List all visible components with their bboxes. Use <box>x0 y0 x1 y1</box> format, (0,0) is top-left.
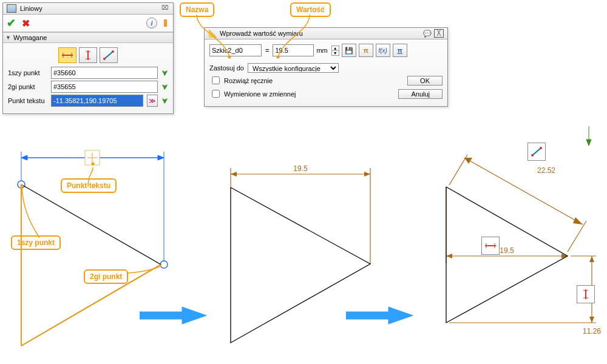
p1-input[interactable] <box>51 67 158 79</box>
spin-up-icon[interactable]: ▲ <box>332 46 339 51</box>
svg-point-25 <box>21 184 24 187</box>
enter-dim-title: Wprowadź wartość wymiaru <box>220 30 303 37</box>
svg-point-50 <box>531 154 534 157</box>
dim-value-middle: 19.5 <box>293 164 308 173</box>
sketch-preview-middle: 19.5 <box>219 161 388 361</box>
pi-icon[interactable]: π <box>359 44 373 57</box>
linear-dimension-panel: Liniowy ⌧ ✔ ✖ i Wymagane <box>2 2 174 114</box>
svg-point-51 <box>540 147 542 149</box>
save-icon[interactable]: 💾 <box>342 44 356 57</box>
cancel-button[interactable]: Anuluj <box>398 89 443 99</box>
close-icon[interactable]: ╳ <box>434 29 444 38</box>
pt-label: Punkt tekstu <box>8 97 47 104</box>
svg-marker-37 <box>573 217 583 224</box>
reject-button[interactable]: ✖ <box>22 18 30 29</box>
tool-vertical-icon[interactable] <box>577 285 595 303</box>
expand-icon[interactable]: ≫ <box>147 95 158 107</box>
apply-to-label: Zastosuj do <box>209 64 244 72</box>
p1-picker-icon[interactable]: ⮟ <box>161 69 168 76</box>
svg-line-49 <box>532 148 541 155</box>
mode-linear-icon[interactable] <box>58 47 76 63</box>
p2-label: 2gi punkt <box>8 83 47 90</box>
p1-label: 1szy punkt <box>8 69 47 76</box>
pt-input[interactable] <box>51 95 143 107</box>
p2-input[interactable] <box>51 81 158 93</box>
enter-dim-value-dialog: 📐 Wprowadź wartość wymiaru 💬 ╳ = mm ▲ ▼ … <box>204 27 448 107</box>
callout-value: Wartość <box>290 2 331 17</box>
sketch-preview-left <box>6 146 188 364</box>
svg-marker-44 <box>589 317 594 323</box>
svg-marker-36 <box>464 158 472 164</box>
svg-point-9 <box>112 50 114 53</box>
svg-marker-43 <box>589 256 594 262</box>
comment-icon[interactable]: 💬 <box>421 30 434 38</box>
pt-picker-icon[interactable]: ⮟ <box>161 97 168 104</box>
dim-value-input[interactable] <box>273 44 314 56</box>
tool-aligned-icon[interactable] <box>527 143 546 161</box>
pin-icon[interactable] <box>161 18 169 28</box>
ok-button[interactable]: OK <box>407 76 443 86</box>
sketch-preview-right: 22.52 19.5 11.26 <box>425 121 607 364</box>
fx-icon[interactable]: f(x) <box>376 44 390 57</box>
svg-point-24 <box>92 163 95 166</box>
info-icon[interactable]: i <box>146 18 157 29</box>
svg-marker-30 <box>364 172 370 177</box>
svg-line-7 <box>104 52 113 59</box>
window-icon <box>7 4 16 13</box>
svg-marker-29 <box>231 172 237 177</box>
mode-aligned-icon[interactable] <box>100 47 118 63</box>
svg-rect-0 <box>164 19 167 27</box>
solve-manual-checkbox[interactable]: Rozwiąż ręcznie <box>209 75 273 86</box>
svg-marker-39 <box>446 254 452 258</box>
linear-title: Liniowy <box>20 5 42 12</box>
callout-name: Nazwa <box>180 2 214 17</box>
svg-marker-26 <box>140 307 206 324</box>
dim-unit-label: mm <box>316 47 328 54</box>
mode-vertical-icon[interactable] <box>79 47 97 63</box>
pi-underline-icon[interactable]: π <box>393 44 407 57</box>
apply-to-select[interactable]: Wszystkie konfiguracje <box>248 63 339 73</box>
blue-arrow-1-icon <box>140 303 206 328</box>
equals-label: = <box>264 47 270 54</box>
close-icon[interactable]: ⌧ <box>161 5 169 12</box>
spin-down-icon[interactable]: ▼ <box>332 51 339 55</box>
dim-value-vertical: 11.26 <box>583 327 601 335</box>
linear-titlebar[interactable]: Liniowy ⌧ <box>3 3 173 15</box>
dim-value-horizontal: 19.5 <box>500 246 514 255</box>
svg-marker-48 <box>586 140 591 146</box>
p2-picker-icon[interactable]: ⮟ <box>161 83 168 90</box>
named-var-checkbox[interactable]: Wymienione w zmiennej <box>209 88 296 99</box>
dim-name-input[interactable] <box>209 44 262 56</box>
svg-line-35 <box>568 221 586 252</box>
dim-value-aligned: 22.52 <box>537 166 555 175</box>
accept-button[interactable]: ✔ <box>7 16 16 30</box>
dim-dialog-icon: 📐 <box>208 29 217 38</box>
svg-marker-13 <box>21 155 27 160</box>
svg-marker-14 <box>158 155 164 160</box>
svg-point-8 <box>103 58 106 60</box>
tool-horizontal-icon[interactable] <box>481 237 500 255</box>
svg-line-33 <box>464 158 583 224</box>
required-section-header[interactable]: Wymagane <box>3 32 173 43</box>
svg-line-34 <box>449 155 467 185</box>
enter-dim-titlebar[interactable]: 📐 Wprowadź wartość wymiaru 💬 ╳ <box>205 28 447 39</box>
